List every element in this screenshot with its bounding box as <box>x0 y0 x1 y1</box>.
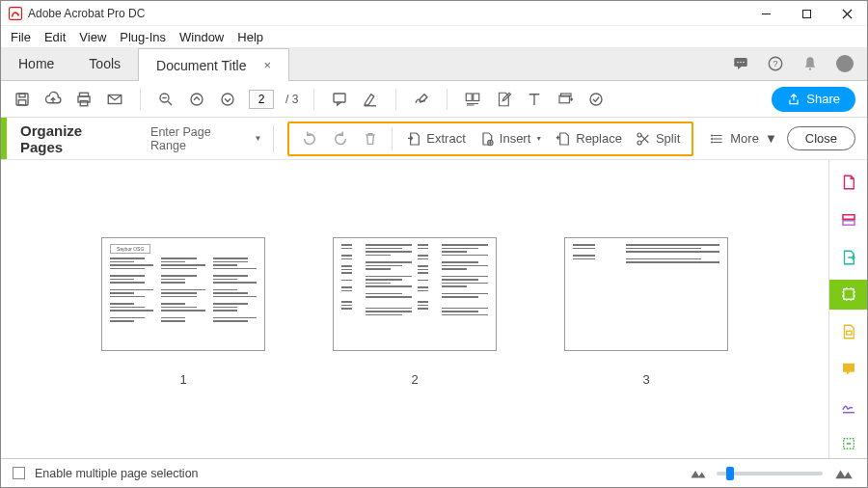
page-thumbnail-3[interactable]: 3 <box>564 237 728 387</box>
page-thumbnail-1[interactable]: Saybor OSG 1 <box>101 237 265 387</box>
highlight-icon[interactable] <box>361 90 380 109</box>
export-pdf-icon[interactable] <box>556 90 575 109</box>
tab-home-label: Home <box>18 56 54 71</box>
help-icon[interactable]: ? <box>767 55 784 72</box>
rotate-left-button[interactable] <box>301 130 318 148</box>
page-number-label: 1 <box>179 372 186 387</box>
rail-export-pdf[interactable] <box>829 242 868 272</box>
minimize-button[interactable] <box>746 1 786 26</box>
menu-bar: File Edit View Plug-Ins Window Help <box>1 26 867 47</box>
page-total-label: / 3 <box>285 93 298 106</box>
thumb1-header: Saybor OSG <box>110 244 150 254</box>
multiple-selection-checkbox[interactable] <box>13 467 25 479</box>
cloud-upload-icon[interactable] <box>43 90 63 109</box>
window-title: Adobe Acrobat Pro DC <box>28 7 145 20</box>
rail-fill-sign[interactable] <box>829 392 868 421</box>
scan-ocr-icon[interactable] <box>463 90 482 109</box>
toolbar-separator <box>140 89 141 110</box>
rail-sticky-note[interactable] <box>829 354 868 384</box>
highlighted-tool-group: Extract Insert ▼ Replace Split <box>287 122 693 156</box>
maximize-button[interactable] <box>786 1 827 26</box>
menu-edit[interactable]: Edit <box>44 30 66 44</box>
close-organize-button[interactable]: Close <box>787 126 855 150</box>
svg-point-38 <box>712 138 713 139</box>
page-number-input[interactable] <box>249 90 274 109</box>
svg-rect-44 <box>843 364 854 372</box>
organize-accent <box>1 118 7 159</box>
zoom-large-icon[interactable] <box>832 467 855 480</box>
svg-rect-41 <box>843 221 854 226</box>
svg-point-22 <box>191 94 203 105</box>
content-area: Saybor OSG 1 <box>1 160 867 458</box>
zoom-out-icon[interactable] <box>156 90 176 109</box>
split-button[interactable]: Split <box>636 131 680 147</box>
edit-pdf-icon[interactable] <box>494 90 513 109</box>
svg-point-39 <box>712 141 713 142</box>
rail-redact[interactable] <box>829 428 868 458</box>
tab-tools-label: Tools <box>89 56 121 71</box>
menu-help[interactable]: Help <box>237 30 263 44</box>
rail-comment[interactable] <box>829 317 868 347</box>
acrobat-icon <box>9 7 22 20</box>
tab-tools[interactable]: Tools <box>71 47 138 80</box>
comment-icon[interactable] <box>330 90 349 109</box>
zoom-slider-knob[interactable] <box>726 467 734 480</box>
multiple-selection-label: Enable multiple page selection <box>35 467 199 480</box>
rail-create-pdf[interactable] <box>829 168 868 198</box>
email-icon[interactable] <box>105 90 124 109</box>
rail-combine[interactable] <box>829 205 868 235</box>
print-icon[interactable] <box>74 90 94 109</box>
page-thumbnail-2[interactable]: 2 <box>333 237 497 387</box>
tab-document[interactable]: Document Title × <box>138 48 289 81</box>
replace-button[interactable]: Replace <box>556 131 622 147</box>
insert-button[interactable]: Insert ▼ <box>479 131 542 147</box>
page-range-dropdown[interactable]: Enter Page Range ▼ <box>150 125 274 152</box>
svg-point-8 <box>743 62 745 64</box>
zoom-small-icon[interactable] <box>690 468 707 479</box>
svg-point-32 <box>637 133 641 137</box>
zoom-slider[interactable] <box>717 472 823 475</box>
svg-rect-43 <box>846 331 851 335</box>
page-down-icon[interactable] <box>218 90 237 109</box>
menu-file[interactable]: File <box>11 30 31 44</box>
share-button[interactable]: Share <box>772 87 855 112</box>
close-window-button[interactable] <box>827 1 867 26</box>
save-icon[interactable] <box>13 90 32 109</box>
user-avatar[interactable] <box>836 55 854 72</box>
footer-bar: Enable multiple page selection <box>1 458 867 487</box>
replace-label: Replace <box>576 131 622 146</box>
svg-rect-2 <box>802 10 810 17</box>
text-tool-icon[interactable] <box>525 90 544 109</box>
tab-home[interactable]: Home <box>1 47 71 80</box>
window-controls <box>746 1 867 26</box>
svg-point-37 <box>712 134 713 135</box>
svg-rect-29 <box>561 94 572 96</box>
menu-window[interactable]: Window <box>179 30 224 44</box>
tab-document-label: Document Title <box>156 58 246 73</box>
svg-point-6 <box>737 62 739 64</box>
svg-rect-42 <box>843 289 854 300</box>
more-label: More <box>730 131 759 146</box>
svg-text:?: ? <box>773 59 777 68</box>
delete-button[interactable] <box>363 130 378 148</box>
page-number-label: 2 <box>411 372 418 387</box>
rotate-right-button[interactable] <box>332 130 349 148</box>
chat-icon[interactable] <box>732 55 749 72</box>
more-dropdown[interactable]: More ▼ <box>711 131 777 146</box>
svg-point-23 <box>222 94 233 105</box>
thumbnails-row: Saybor OSG 1 <box>1 237 828 387</box>
page-up-icon[interactable] <box>187 90 206 109</box>
close-tab-icon[interactable]: × <box>263 58 271 72</box>
rail-organize-pages[interactable] <box>829 280 868 310</box>
svg-point-11 <box>809 68 811 70</box>
svg-rect-17 <box>80 100 88 105</box>
menu-view[interactable]: View <box>79 30 106 44</box>
menu-plugins[interactable]: Plug-Ins <box>120 30 166 44</box>
svg-rect-13 <box>19 94 25 97</box>
bell-icon[interactable] <box>801 55 819 72</box>
extract-button[interactable]: Extract <box>406 131 465 147</box>
check-circle-icon[interactable] <box>586 90 606 109</box>
signature-icon[interactable] <box>412 90 431 109</box>
right-tools-rail <box>828 160 867 458</box>
pages-pane: Saybor OSG 1 <box>1 160 828 458</box>
